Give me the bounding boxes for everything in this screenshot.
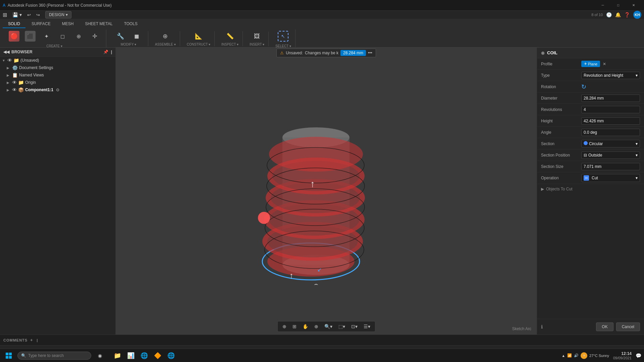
select-btn[interactable]: ↖ bbox=[276, 29, 290, 43]
viewport-bottom-toolbar: ⊕ ⊞ ✋ ⊕ 🔍▾ ⬚▾ ⊡▾ ☰▾ bbox=[277, 321, 375, 332]
insert-btn[interactable]: 🖼 bbox=[250, 32, 264, 41]
vp-display2-btn[interactable]: ⊡▾ bbox=[349, 323, 360, 330]
prop-section-dropdown[interactable]: Circular ▾ bbox=[581, 140, 640, 147]
prop-section-position-row: Section Position ⊟ Outside ▾ bbox=[537, 149, 644, 161]
create-box-btn[interactable]: ⬛ bbox=[23, 29, 38, 43]
more-options-icon[interactable]: ••• bbox=[368, 51, 372, 55]
tree-named-views[interactable]: ▶ 📋 Named Views bbox=[0, 71, 115, 79]
create-extrude-btn[interactable]: 🔴 bbox=[7, 29, 21, 43]
app1-btn[interactable]: 📊 bbox=[125, 350, 137, 362]
vp-display3-btn[interactable]: ☰▾ bbox=[362, 323, 372, 330]
vp-zoom-btn[interactable]: ⊕ bbox=[312, 323, 320, 330]
properties-collapse-icon[interactable]: ◉ bbox=[541, 51, 544, 55]
vp-orbit-btn[interactable]: ⊞ bbox=[290, 323, 299, 330]
help-icon[interactable]: ❓ bbox=[624, 12, 630, 17]
clock-icon: 🕐 bbox=[606, 12, 612, 17]
vp-pan-btn[interactable]: ✋ bbox=[301, 323, 310, 330]
close-button[interactable]: ✕ bbox=[626, 0, 641, 11]
tab-mesh[interactable]: MESH bbox=[57, 20, 79, 28]
tab-surface[interactable]: SURFACE bbox=[26, 20, 56, 28]
create-more-btn[interactable]: ✦ bbox=[39, 32, 54, 41]
svg-text:⊕: ⊕ bbox=[313, 282, 319, 285]
network-icon: 📶 bbox=[567, 353, 572, 358]
prop-revolutions-value bbox=[581, 106, 640, 113]
sun-icon: ☀ bbox=[581, 352, 587, 359]
viewport[interactable]: ⚠ Unsaved: Changes may be k 28.284 mm ••… bbox=[116, 48, 537, 335]
vp-home-btn[interactable]: ⊕ bbox=[280, 323, 288, 330]
tray-up-icon[interactable]: ▲ bbox=[561, 354, 565, 358]
app-grid-icon[interactable]: ⊞ bbox=[3, 12, 7, 18]
svg-rect-25 bbox=[9, 353, 12, 355]
user-avatar[interactable]: KH bbox=[633, 11, 641, 19]
maximize-button[interactable]: □ bbox=[610, 0, 626, 11]
tab-indicator: 8 of 10 bbox=[591, 13, 603, 17]
start-button[interactable] bbox=[3, 350, 15, 362]
prop-diameter-input[interactable] bbox=[581, 95, 640, 102]
prop-revolutions-input[interactable] bbox=[581, 106, 640, 113]
insert-group-label: INSERT ▾ bbox=[250, 43, 264, 46]
component1-label: Component1:1 bbox=[25, 87, 53, 92]
prop-section-row: Section Circular ▾ bbox=[537, 138, 644, 149]
inspect-btn[interactable]: 📏 bbox=[223, 31, 237, 41]
ok-button[interactable]: OK bbox=[596, 322, 613, 331]
tab-solid[interactable]: SOLID bbox=[3, 20, 25, 28]
modify-btn2[interactable]: ◼ bbox=[129, 31, 144, 41]
modify-btn1[interactable]: 🔧 bbox=[113, 31, 128, 41]
file-menu[interactable]: 💾 ▾ bbox=[12, 12, 22, 17]
prop-type-value: Revolution and Height ▾ bbox=[581, 72, 640, 79]
bell-icon[interactable]: 🔔 bbox=[615, 12, 621, 17]
chrome-btn[interactable]: 🌐 bbox=[138, 350, 150, 362]
unsaved-detail: Changes may be k bbox=[305, 51, 338, 55]
ribbon-group-construct: 📐 CONSTRUCT ▾ bbox=[183, 31, 215, 46]
prop-operation-dropdown[interactable]: ✂ Cut ▾ bbox=[581, 174, 640, 182]
prop-type-dropdown[interactable]: Revolution and Height ▾ bbox=[581, 72, 640, 79]
prop-section-size-value bbox=[581, 163, 640, 170]
measure-badge: 28.284 mm bbox=[340, 50, 366, 56]
cancel-button[interactable]: Cancel bbox=[616, 322, 640, 331]
fusion-btn[interactable]: 🔶 bbox=[152, 350, 164, 362]
construct-btn[interactable]: 📐 bbox=[191, 31, 206, 41]
vp-display1-btn[interactable]: ⬚▾ bbox=[336, 323, 347, 330]
redo-button[interactable]: ↪ bbox=[36, 12, 40, 17]
explorer-btn[interactable]: 📁 bbox=[111, 350, 123, 362]
design-dropdown[interactable]: DESIGN▾ bbox=[45, 11, 71, 18]
prop-revolutions-row: Revolutions bbox=[537, 104, 644, 115]
sidebar: ◀◀ BROWSER 📌 | ▼ 👁 📁 (Unsaved) ▶ ⚙️ Docu… bbox=[0, 48, 116, 335]
rotation-icon[interactable]: ↻ bbox=[581, 83, 586, 90]
create-box2-btn[interactable]: ◻ bbox=[55, 32, 70, 41]
unsaved-badge: ⚠ Unsaved: Changes may be k 28.284 mm ••… bbox=[276, 49, 376, 57]
search-bar[interactable]: 🔍 Type here to search bbox=[17, 352, 91, 360]
notification-icon[interactable]: 💬 bbox=[636, 353, 641, 358]
prop-height-input[interactable] bbox=[581, 117, 640, 125]
minimize-button[interactable]: ─ bbox=[595, 0, 610, 11]
prop-operation-label: Operation bbox=[541, 176, 581, 180]
info-icon[interactable]: ℹ bbox=[541, 324, 543, 329]
prop-section-position-dropdown[interactable]: ⊟ Outside ▾ bbox=[581, 152, 640, 159]
coil-3d-view: ↑ ↑ ⊕ ↙ bbox=[209, 97, 427, 285]
tree-document-settings[interactable]: ▶ ⚙️ Document Settings bbox=[0, 64, 115, 71]
undo-button[interactable]: ↩ bbox=[27, 12, 31, 17]
sidebar-close-icon[interactable]: | bbox=[111, 50, 112, 54]
browser-btn[interactable]: 🌐 bbox=[165, 350, 177, 362]
prop-profile-close-btn[interactable]: ✕ bbox=[603, 62, 606, 66]
prop-angle-input[interactable] bbox=[581, 129, 640, 136]
create-move-btn[interactable]: ✛ bbox=[87, 31, 102, 41]
prop-section-size-input[interactable] bbox=[581, 163, 640, 170]
tree-component1[interactable]: ▶ 👁 📦 Component1:1 ⊙ bbox=[0, 86, 115, 94]
assemble-btn[interactable]: ⊕ bbox=[158, 31, 173, 41]
tree-origin[interactable]: ▶ 👁 📁 Origin bbox=[0, 79, 115, 86]
task-view-btn[interactable]: ◉ bbox=[94, 350, 106, 362]
tree-unsaved-root[interactable]: ▼ 👁 📁 (Unsaved) bbox=[0, 57, 115, 64]
comments-add-icon[interactable]: + bbox=[30, 338, 33, 343]
ribbon-group-select: ↖ SELECT ▾ bbox=[271, 29, 296, 48]
prop-profile-select-btn[interactable]: ✈ Plane bbox=[581, 61, 600, 67]
objects-to-cut-section[interactable]: ▶ Objects To Cut bbox=[537, 184, 644, 194]
bottom-bar: COMMENTS + | bbox=[0, 335, 644, 345]
tab-sheet-metal[interactable]: SHEET METAL bbox=[79, 20, 118, 28]
sidebar-pin-icon[interactable]: 📌 bbox=[103, 50, 108, 54]
tab-tools[interactable]: TOOLS bbox=[119, 20, 143, 28]
tree-arrow-root: ▼ bbox=[2, 59, 6, 62]
prop-section-label: Section bbox=[541, 141, 581, 146]
vp-search-btn[interactable]: 🔍▾ bbox=[322, 323, 334, 330]
create-box3-btn[interactable]: ⊕ bbox=[71, 32, 86, 41]
